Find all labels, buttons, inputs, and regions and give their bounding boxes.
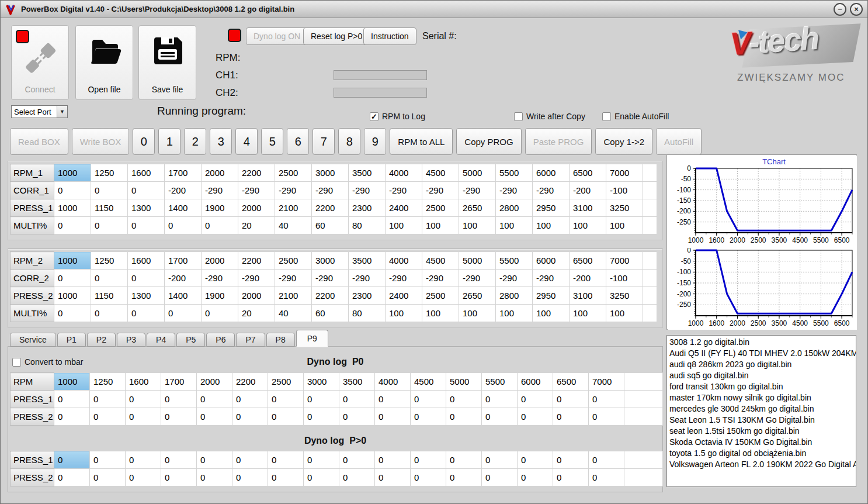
table-cell[interactable]: 100 xyxy=(386,217,422,234)
table-cell[interactable]: 2500 xyxy=(422,287,459,305)
table-cell[interactable]: 2000 xyxy=(202,164,238,182)
table-cell[interactable]: 1700 xyxy=(165,252,202,270)
table-cell[interactable]: 60 xyxy=(312,217,349,234)
program-0-button[interactable]: 0 xyxy=(133,128,155,155)
table-cell[interactable]: 0 xyxy=(518,391,553,408)
table-cell[interactable]: 2200 xyxy=(232,373,268,391)
table-cell[interactable]: -290 xyxy=(349,182,386,199)
table-cell[interactable]: 0 xyxy=(304,469,339,486)
table-cell[interactable]: -200 xyxy=(165,270,202,287)
table-cell[interactable]: 0 xyxy=(197,391,232,408)
table-cell[interactable]: -100 xyxy=(606,182,643,199)
tab-service[interactable]: Service xyxy=(10,333,56,347)
table-cell[interactable]: 2200 xyxy=(238,164,275,182)
table-cell[interactable]: 0 xyxy=(446,408,482,426)
table-cell[interactable]: 1400 xyxy=(165,199,202,217)
table-cell[interactable]: 0 xyxy=(589,469,624,486)
table-cell[interactable]: 100 xyxy=(459,305,496,322)
table-cell[interactable]: 2950 xyxy=(533,199,570,217)
table-cell[interactable]: 0 xyxy=(304,391,339,408)
table-cell[interactable]: 6000 xyxy=(518,373,553,391)
table-cell[interactable]: 0 xyxy=(90,408,126,426)
file-item[interactable]: 3008 1.2 go digital.bin xyxy=(667,337,856,348)
table-cell[interactable]: 7000 xyxy=(589,373,624,391)
autofill-button[interactable]: AutoFill xyxy=(656,128,702,155)
table-cell[interactable]: 2200 xyxy=(312,199,349,217)
table-cell[interactable]: 100 xyxy=(570,217,606,234)
file-item[interactable]: Skoda Octavia IV 150KM Go Digital.bin xyxy=(667,437,856,448)
table-cell[interactable]: -290 xyxy=(202,270,238,287)
table-cell[interactable]: -290 xyxy=(459,182,496,199)
table-cell[interactable]: 3250 xyxy=(606,199,643,217)
table-cell[interactable]: 4500 xyxy=(411,373,446,391)
table-cell[interactable]: 100 xyxy=(606,217,643,234)
table-cell[interactable]: 0 xyxy=(232,391,268,408)
tab-p2[interactable]: P2 xyxy=(87,333,116,347)
program-3-button[interactable]: 3 xyxy=(210,128,232,155)
table-cell[interactable]: 3000 xyxy=(304,373,339,391)
table-cell[interactable]: -290 xyxy=(238,270,275,287)
table-cell[interactable]: 2100 xyxy=(275,199,312,217)
table-cell[interactable]: 0 xyxy=(161,391,197,408)
table-cell[interactable]: 0 xyxy=(126,469,161,486)
table-cell[interactable]: -290 xyxy=(349,270,386,287)
table-cell[interactable]: 2100 xyxy=(275,287,312,305)
table-cell[interactable]: 2650 xyxy=(459,287,496,305)
table-cell[interactable]: 6000 xyxy=(533,252,570,270)
table-cell[interactable]: 0 xyxy=(339,408,375,426)
table-cell[interactable]: 1250 xyxy=(91,252,128,270)
rpm-to-log-checkbox[interactable]: ✓RPM to Log xyxy=(370,112,425,121)
table-cell[interactable]: 20 xyxy=(238,217,275,234)
table-cell[interactable]: 1000 xyxy=(54,287,91,305)
tab-p5[interactable]: P5 xyxy=(176,333,205,347)
table-cell[interactable]: 0 xyxy=(161,469,197,486)
write-box-button[interactable]: Write BOX xyxy=(72,128,130,155)
table-cell[interactable]: 0 xyxy=(54,469,90,486)
table-cell[interactable]: 0 xyxy=(54,182,91,199)
table-cell[interactable]: 100 xyxy=(533,217,570,234)
table-cell[interactable]: 1300 xyxy=(128,199,165,217)
table-cell[interactable]: 1250 xyxy=(90,373,126,391)
table-cell[interactable]: 0 xyxy=(482,469,518,486)
table-cell[interactable]: 0 xyxy=(128,270,165,287)
table-cell[interactable]: 1600 xyxy=(128,164,165,182)
table-cell[interactable]: 0 xyxy=(411,391,446,408)
file-item[interactable]: Seat Leon 1.5 TSI 130KM Go Digital.bin xyxy=(667,415,856,426)
table-cell[interactable]: 0 xyxy=(482,408,518,426)
table-cell[interactable]: 2300 xyxy=(349,287,386,305)
table-cell[interactable]: 0 xyxy=(197,469,232,486)
table-cell[interactable]: 0 xyxy=(54,408,90,426)
program-7-button[interactable]: 7 xyxy=(313,128,335,155)
table-cell[interactable]: 4500 xyxy=(422,252,459,270)
rpm-to-all-button[interactable]: RPM to ALL xyxy=(390,128,453,155)
table-cell[interactable]: 2200 xyxy=(312,287,349,305)
table-cell[interactable]: 2400 xyxy=(386,199,422,217)
file-item[interactable]: audi q8 286km 2023 go digital.bin xyxy=(667,359,856,370)
table-cell[interactable]: 3100 xyxy=(570,287,606,305)
table-cell[interactable]: 0 xyxy=(518,469,553,486)
table-cell[interactable]: 2400 xyxy=(386,287,422,305)
program-4-button[interactable]: 4 xyxy=(235,128,258,155)
table-cell[interactable]: 0 xyxy=(518,451,553,469)
table-cell[interactable]: 0 xyxy=(54,391,90,408)
program-5-button[interactable]: 5 xyxy=(261,128,283,155)
table-cell[interactable]: -200 xyxy=(570,270,606,287)
file-item[interactable]: audi sq5 go digital.bin xyxy=(667,370,856,381)
table-cell[interactable]: 7000 xyxy=(606,252,643,270)
table-cell[interactable]: 0 xyxy=(482,451,518,469)
table-cell[interactable]: 0 xyxy=(268,408,304,426)
table-cell[interactable]: 2000 xyxy=(202,252,238,270)
table-cell[interactable]: 5000 xyxy=(446,373,482,391)
tab-p4[interactable]: P4 xyxy=(147,333,175,347)
copy-1-2-button[interactable]: Copy 1->2 xyxy=(595,128,652,155)
table-cell[interactable]: 1150 xyxy=(91,199,128,217)
table-cell[interactable]: 7000 xyxy=(606,164,643,182)
table-cell[interactable]: 6500 xyxy=(570,164,606,182)
table-cell[interactable]: 0 xyxy=(553,469,589,486)
table-cell[interactable]: 0 xyxy=(411,451,446,469)
table-cell[interactable]: 100 xyxy=(386,305,422,322)
table-cell[interactable]: 0 xyxy=(54,305,91,322)
select-port-combobox[interactable]: Select Port ▼ xyxy=(11,105,68,118)
table-cell[interactable]: 0 xyxy=(411,408,446,426)
table-cell[interactable]: 2500 xyxy=(275,252,312,270)
